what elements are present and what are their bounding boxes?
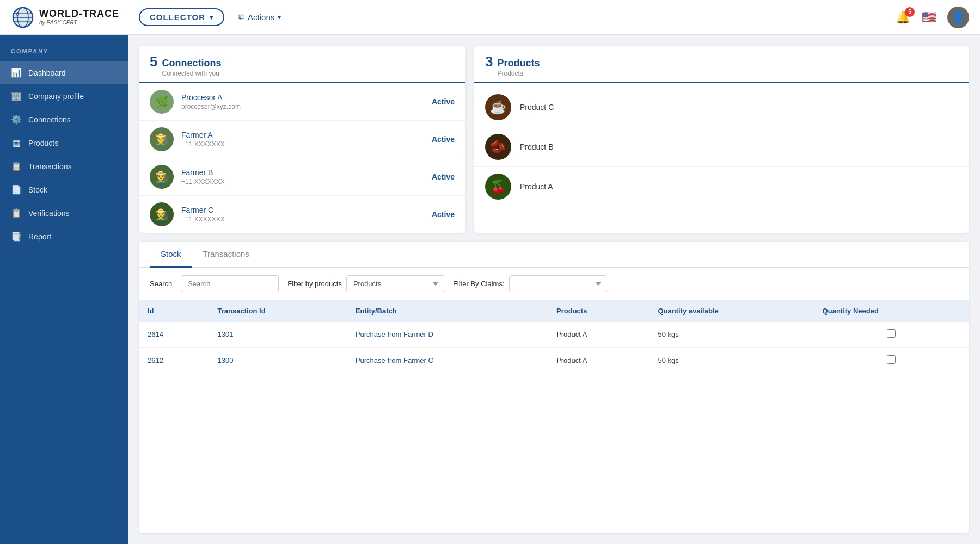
cell-qty-needed (814, 322, 969, 348)
actions-label: Actions (248, 13, 274, 22)
col-qty-needed: Quantity Needed (814, 300, 969, 322)
products-icon: ▦ (11, 138, 22, 148)
cell-id: 2614 (139, 322, 209, 348)
main-layout: COMPANY 📊 Dashboard 🏢 Company profile ⚙️… (0, 35, 980, 544)
report-icon: 📑 (11, 231, 22, 242)
logo-globe-icon (11, 5, 35, 29)
sidebar-item-dashboard[interactable]: 📊 Dashboard (0, 61, 128, 84)
cell-qty-available: 50 kgs (649, 348, 813, 374)
product-name-0: Product C (520, 103, 554, 112)
filter-claims-label: Filter By Claims: (453, 280, 505, 288)
col-transaction-id: Transaction Id (209, 300, 346, 322)
app-subtitle: by EASY-CERT (39, 20, 119, 26)
connections-icon: ⚙️ (11, 114, 22, 125)
connections-card-header: 5 Connections Connected with you (139, 46, 465, 83)
sidebar-item-transactions[interactable]: 📋 Transactions (0, 154, 128, 178)
cell-entity-batch: Purchase from Farmer C (347, 348, 548, 374)
tab-stock[interactable]: Stock (150, 242, 192, 268)
connections-subtitle: Connected with you (162, 70, 221, 77)
topnav: WORLD-TRACE by EASY-CERT COLLECTOR ▾ ⧉ A… (0, 0, 980, 35)
cell-id: 2612 (139, 348, 209, 374)
products-card: 3 Products Products ☕ Product C 🫘 Produc… (474, 46, 969, 233)
table-header-row: Id Transaction Id Entity/Batch Products … (139, 300, 969, 322)
connection-item: 👨‍🌾 Farmer A +11 XXXXXXX Active (139, 121, 465, 158)
transactions-icon: 📋 (11, 161, 22, 171)
sidebar-item-label: Transactions (28, 162, 72, 171)
search-input[interactable] (181, 275, 279, 292)
connections-count: 5 (150, 53, 157, 70)
stock-icon: 📄 (11, 184, 22, 195)
notification-bell[interactable]: 🔔 5 (896, 10, 910, 24)
filters-row: Search Filter by products Products Filte… (139, 268, 969, 300)
topnav-right: 🔔 5 🇺🇸 👤 (896, 7, 969, 28)
conn-name-1: Farmer A (181, 131, 424, 139)
actions-chevron-icon: ▾ (278, 14, 281, 21)
sidebar-item-connections[interactable]: ⚙️ Connections (0, 108, 128, 131)
tab-transactions[interactable]: Transactions (192, 242, 260, 268)
qty-needed-checkbox-0[interactable] (887, 329, 896, 338)
product-img-2: 🍒 (485, 174, 511, 200)
app-title: WORLD-TRACE (39, 9, 119, 20)
product-item-0: ☕ Product C (474, 88, 969, 127)
conn-status-1: Active (432, 135, 455, 144)
product-name-1: Product B (520, 143, 553, 151)
col-entity-batch: Entity/Batch (347, 300, 548, 322)
col-id: Id (139, 300, 209, 322)
dashboard-icon: 📊 (11, 67, 22, 78)
conn-detail-3: +11 XXXXXXX (181, 215, 424, 223)
products-card-header: 3 Products Products (474, 46, 969, 83)
sidebar-item-label: Dashboard (28, 69, 66, 77)
stock-table: Id Transaction Id Entity/Batch Products … (139, 300, 969, 373)
filter-products-select[interactable]: Products (346, 275, 444, 292)
products-count: 3 (485, 53, 493, 70)
conn-name-3: Farmer C (181, 206, 424, 214)
language-flag[interactable]: 🇺🇸 (919, 8, 939, 27)
main-content: 5 Connections Connected with you 🌿 Procc… (128, 35, 980, 544)
sidebar-item-label: Company profile (28, 92, 84, 101)
col-products: Products (548, 300, 649, 322)
products-title: Products (497, 58, 540, 69)
filter-claims-select[interactable] (509, 275, 607, 292)
conn-detail-0: proccesor@xyz.com (181, 103, 424, 110)
cell-entity-batch: Purchase from Farmer D (347, 322, 548, 348)
conn-detail-2: +11 XXXXXXX (181, 178, 424, 186)
conn-avatar-3: 👨‍🌾 (150, 202, 174, 226)
tabs-row: Stock Transactions (139, 242, 969, 268)
notification-badge: 5 (905, 7, 915, 17)
table-row: 2614 1301 Purchase from Farmer D Product… (139, 322, 969, 348)
table-row: 2612 1300 Purchase from Farmer C Product… (139, 348, 969, 374)
conn-status-0: Active (432, 97, 455, 106)
connections-title: Connections (162, 58, 221, 69)
sidebar-item-company-profile[interactable]: 🏢 Company profile (0, 84, 128, 108)
conn-name-2: Farmer B (181, 168, 424, 177)
bottom-section: Stock Transactions Search Filter by prod… (139, 242, 969, 533)
cell-transaction-id: 1300 (209, 348, 346, 374)
conn-avatar-1: 👨‍🌾 (150, 127, 174, 151)
sidebar-item-label: Report (28, 232, 51, 241)
cell-products: Product A (548, 348, 649, 374)
connections-card: 5 Connections Connected with you 🌿 Procc… (139, 46, 465, 233)
cell-qty-available: 50 kgs (649, 322, 813, 348)
sidebar: COMPANY 📊 Dashboard 🏢 Company profile ⚙️… (0, 35, 128, 544)
company-profile-icon: 🏢 (11, 91, 22, 101)
sidebar-item-label: Stock (28, 186, 47, 194)
top-cards-row: 5 Connections Connected with you 🌿 Procc… (139, 46, 969, 233)
verifications-icon: 📋 (11, 208, 22, 218)
conn-status-3: Active (432, 210, 455, 219)
sidebar-item-stock[interactable]: 📄 Stock (0, 178, 128, 201)
product-img-0: ☕ (485, 94, 511, 120)
product-list: ☕ Product C 🫘 Product B 🍒 Product A (474, 83, 969, 211)
connection-item: 🌿 Proccesor A proccesor@xyz.com Active (139, 83, 465, 121)
sidebar-item-verifications[interactable]: 📋 Verifications (0, 201, 128, 225)
product-name-2: Product A (520, 182, 553, 191)
sidebar-item-label: Connections (28, 115, 71, 124)
table-wrap: Id Transaction Id Entity/Batch Products … (139, 300, 969, 533)
user-avatar[interactable]: 👤 (947, 7, 969, 28)
sidebar-item-report[interactable]: 📑 Report (0, 225, 128, 248)
actions-copy-icon: ⧉ (238, 13, 244, 22)
actions-button[interactable]: ⧉ Actions ▾ (233, 9, 286, 26)
sidebar-item-products[interactable]: ▦ Products (0, 131, 128, 154)
collector-dropdown[interactable]: COLLECTOR ▾ (139, 8, 224, 26)
qty-needed-checkbox-1[interactable] (887, 355, 896, 364)
col-qty-available: Quantity available (649, 300, 813, 322)
